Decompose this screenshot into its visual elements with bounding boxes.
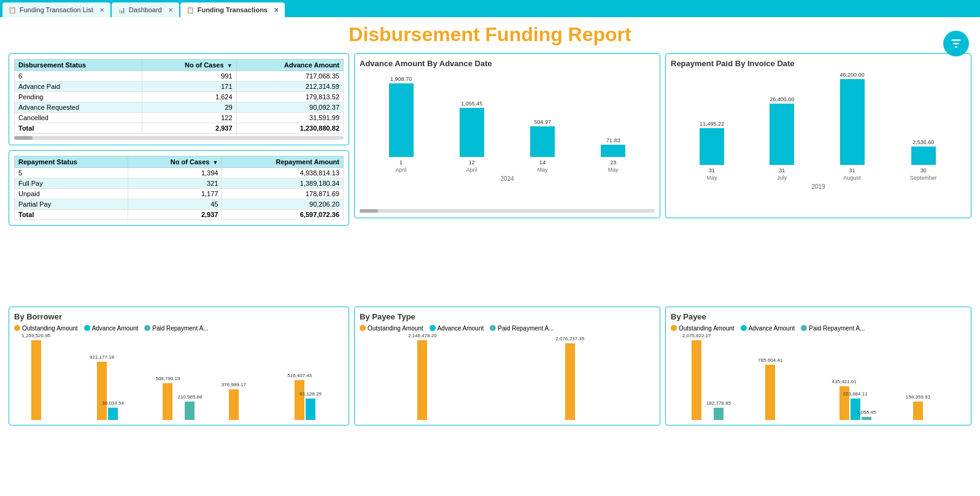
advance-year: 2024 bbox=[360, 175, 655, 182]
mini-bar: 158,359.93 bbox=[913, 402, 923, 420]
legend-dot bbox=[490, 325, 496, 331]
multi-bar-group: 516,407.4361,128.25 bbox=[295, 380, 326, 420]
multi-bar-group: 921,177.1830,033.54 bbox=[97, 362, 129, 420]
advance-scrollbar[interactable] bbox=[360, 209, 655, 213]
mini-bar: 30,033.54 bbox=[108, 408, 118, 420]
table-row: 6 991 717,068.35 bbox=[15, 71, 344, 82]
mini-bar: 1,259,520.95 bbox=[31, 340, 41, 420]
bar-value: 11,495.22 bbox=[700, 121, 724, 127]
advance-bars: 1,908.70 1 April 1,055.45 12 April 504.9… bbox=[360, 72, 655, 173]
tab-close-2[interactable]: ✕ bbox=[168, 7, 173, 13]
bars-row: 2,076,237.35 bbox=[565, 343, 597, 420]
tab-close-1[interactable]: ✕ bbox=[99, 7, 104, 13]
bar-rect bbox=[460, 108, 484, 157]
tab-funding-transactions[interactable]: 📋 Funding Transactions ✕ bbox=[180, 2, 285, 17]
bar-label: 23 bbox=[610, 159, 616, 166]
bar-value-label: 158,359.93 bbox=[906, 394, 930, 400]
r-amount: 4,938,814.13 bbox=[222, 168, 344, 178]
by-payee-type-panel: By Payee Type Outstanding Amount Advance… bbox=[354, 307, 660, 425]
bar-sublabel: July bbox=[777, 175, 787, 181]
multi-bar-group: 376,999.17 bbox=[229, 389, 261, 420]
legend-item: Outstanding Amount bbox=[360, 325, 423, 332]
by-borrower-title: By Borrower bbox=[14, 312, 344, 321]
legend-item: Advance Amount bbox=[741, 325, 795, 332]
legend-item: Advance Amount bbox=[84, 325, 139, 332]
tab-close-3[interactable]: ✕ bbox=[274, 7, 279, 13]
mini-bar: 508,790.19 bbox=[163, 383, 172, 420]
bar-value-label: 1,055.45 bbox=[857, 410, 876, 415]
by-payee-type-title: By Payee Type bbox=[360, 312, 655, 321]
multi-bar-group: 2,076,237.35 bbox=[565, 343, 597, 420]
tab-label-3: Funding Transactions bbox=[198, 6, 268, 13]
filter-button[interactable] bbox=[943, 31, 969, 56]
by-borrower-panel: By Borrower Outstanding Amount Advance A… bbox=[9, 307, 349, 425]
by-payee-panel: By Payee Outstanding Amount Advance Amou… bbox=[665, 307, 971, 425]
bar-value-label: 30,033.54 bbox=[102, 400, 124, 406]
legend-item: Paid Repayment A... bbox=[490, 325, 554, 332]
mini-bar: 376,999.17 bbox=[229, 389, 239, 420]
bars-row: 516,407.4361,128.25 bbox=[295, 380, 326, 420]
legend-dot bbox=[741, 325, 747, 331]
bar-value-label: 223,684.11 bbox=[843, 391, 868, 397]
advance-chart-panel: Advance Amount By Advance Date 1,908.70 … bbox=[354, 53, 660, 218]
disbursement-panel: Disbursement Status No of Cases ▼ Advanc… bbox=[9, 53, 349, 145]
d-status: Pending bbox=[15, 92, 142, 102]
tab-funding-transaction-list[interactable]: 📋 Funding Transaction List ✕ bbox=[2, 2, 110, 17]
bar-value: 1,908.70 bbox=[390, 76, 412, 82]
r-status: 5 bbox=[15, 168, 128, 178]
d-status: 6 bbox=[15, 71, 142, 82]
borrower-chart: 1,259,520.95921,177.1830,033.54508,790.1… bbox=[14, 334, 344, 420]
bar-item: 71.83 23 May bbox=[601, 137, 625, 173]
r-amount: 178,871.69 bbox=[222, 189, 344, 199]
legend-item: Paid Repayment A... bbox=[801, 325, 865, 332]
bottom-grid: By Borrower Outstanding Amount Advance A… bbox=[9, 307, 971, 425]
rh-status: Repayment Status bbox=[15, 156, 128, 168]
legend-item: Outstanding Amount bbox=[14, 325, 78, 332]
dh-cases: No of Cases ▼ bbox=[142, 59, 236, 71]
bar-value-label: 182,778.85 bbox=[706, 400, 731, 406]
r-status: Full Pay bbox=[15, 178, 128, 189]
multi-bar-group: 2,075,822.17182,778.85 bbox=[692, 340, 723, 420]
table-row-total: Total 2,937 1,230,880.82 bbox=[15, 123, 344, 134]
table-row-total: Total 2,937 6,597,072.36 bbox=[15, 210, 344, 220]
bar-value: 1,055.45 bbox=[461, 101, 482, 107]
legend-label: Paid Repayment A... bbox=[152, 325, 208, 332]
legend-label: Advance Amount bbox=[438, 325, 484, 332]
bar-label: 31 bbox=[849, 167, 855, 174]
disbursement-scrollbar[interactable] bbox=[14, 136, 344, 140]
legend-label: Paid Repayment A... bbox=[498, 325, 554, 332]
r-cases: 1,177 bbox=[128, 189, 222, 199]
table-row: Unpaid 1,177 178,871.69 bbox=[15, 189, 344, 199]
bar-item: 1,055.45 12 April bbox=[460, 101, 484, 173]
legend-item: Paid Repayment A... bbox=[144, 325, 208, 332]
bars-row: 2,075,822.17182,778.85 bbox=[692, 340, 723, 420]
legend-dot bbox=[430, 325, 436, 331]
d-cases: 122 bbox=[142, 113, 236, 123]
bar-label: 12 bbox=[469, 159, 475, 166]
d-amount: 212,314.59 bbox=[236, 82, 343, 92]
bar-value: 2,536.60 bbox=[912, 139, 934, 145]
left-panel: Disbursement Status No of Cases ▼ Advanc… bbox=[9, 53, 349, 302]
d-total-cases: 2,937 bbox=[142, 123, 236, 134]
d-status: Cancelled bbox=[15, 113, 142, 123]
bar-item: 504.97 14 May bbox=[530, 119, 555, 173]
bars-row: 785,604.41 bbox=[765, 365, 797, 420]
table-row: Pending 1,624 179,813.52 bbox=[15, 92, 344, 102]
bar-label: 31 bbox=[709, 167, 715, 174]
bar-sublabel: April bbox=[396, 167, 407, 173]
table-row: Advance Requested 29 90,092.37 bbox=[15, 102, 344, 113]
legend-dot bbox=[14, 325, 20, 331]
multi-bar-group: 508,790.19210,965.88 bbox=[163, 383, 195, 420]
rh-amount: Repayment Amount bbox=[222, 156, 344, 168]
bar-rect bbox=[700, 128, 724, 165]
d-status: Advance Requested bbox=[15, 102, 142, 113]
payee-type-legend: Outstanding Amount Advance Amount Paid R… bbox=[360, 325, 655, 332]
r-cases: 321 bbox=[128, 178, 222, 189]
d-total-label: Total bbox=[15, 123, 142, 134]
legend-dot bbox=[144, 325, 150, 331]
tab-dashboard[interactable]: 📊 Dashboard ✕ bbox=[112, 2, 179, 17]
bar-value: 26,400.00 bbox=[770, 96, 794, 102]
dh-amount: Advance Amount bbox=[236, 59, 343, 71]
d-amount: 179,813.52 bbox=[236, 92, 343, 102]
bars-row: 921,177.1830,033.54 bbox=[97, 362, 129, 420]
